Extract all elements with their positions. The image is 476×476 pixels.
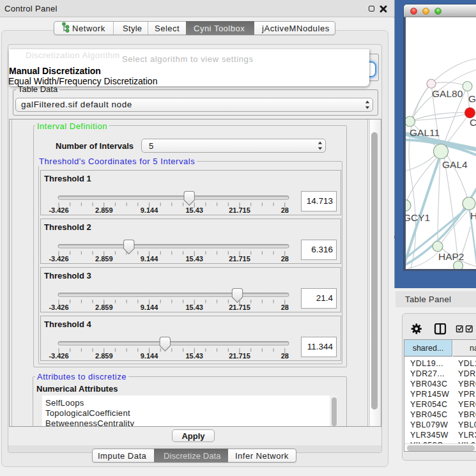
svg-text:C: C — [470, 117, 476, 128]
svg-text:H: H — [470, 210, 476, 221]
svg-text:GAL11: GAL11 — [410, 127, 440, 138]
svg-text:HAP2: HAP2 — [438, 251, 464, 262]
svg-text:GAL4: GAL4 — [442, 159, 468, 170]
svg-text:GAL80: GAL80 — [432, 88, 463, 99]
svg-text:GA: GA — [468, 93, 476, 104]
svg-text:GCY1: GCY1 — [406, 212, 430, 223]
